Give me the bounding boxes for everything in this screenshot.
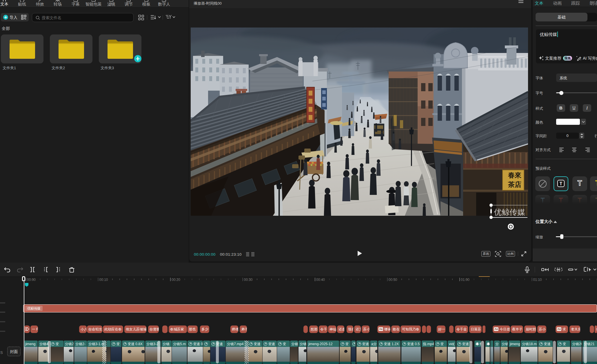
svg-text:优鲸传媒: 优鲸传媒: [494, 208, 525, 216]
